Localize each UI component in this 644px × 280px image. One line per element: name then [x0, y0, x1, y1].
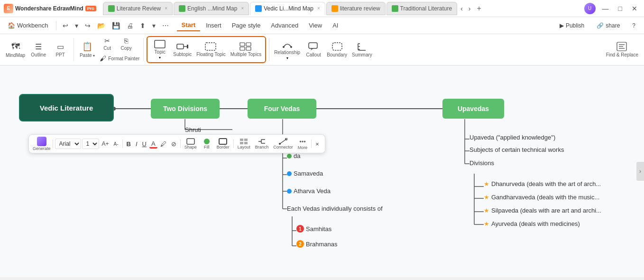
tab-add-button[interactable]: +	[474, 3, 484, 14]
upa-item-2[interactable]: ★ Gandharvaveda (deals with the music...	[484, 194, 599, 201]
yajurveda-item[interactable]: da	[287, 152, 300, 159]
connector-button[interactable]: Connector	[271, 137, 295, 150]
help-button[interactable]: ?	[627, 20, 640, 31]
floating-topic-button[interactable]: Floating Topic	[194, 38, 228, 61]
callout-button[interactable]: Callout	[303, 36, 324, 63]
bold-button[interactable]: B	[125, 140, 133, 149]
undo-dropdown-button[interactable]: ▾	[73, 20, 81, 31]
upa-item-4[interactable]: ★ Ayurveda (deals with medicines)	[484, 220, 580, 227]
more-options-button[interactable]: ⋯	[160, 20, 171, 31]
outline-button[interactable]: ☰ Outline	[28, 36, 49, 63]
four-vedas-node[interactable]: Four Vedas	[248, 99, 316, 119]
maximize-button[interactable]: □	[616, 4, 625, 13]
font-family-select[interactable]: Arial	[55, 139, 81, 149]
font-size-increase-button[interactable]: A+	[100, 140, 111, 148]
summary-button[interactable]: Summary	[350, 36, 374, 63]
right-panel-handle[interactable]: ›	[636, 162, 644, 181]
close-toolbar-button[interactable]: ×	[313, 140, 321, 149]
menu-tab-ai[interactable]: AI	[328, 20, 343, 31]
boundary-icon	[331, 42, 343, 51]
share-icon: 🔗	[597, 22, 604, 29]
cut-button[interactable]: ✂ Cut	[99, 36, 116, 52]
samaveda-item[interactable]: Samaveda	[287, 170, 323, 177]
tab-literature-review[interactable]: Literature Review ×	[103, 2, 173, 15]
menu-tab-advanced[interactable]: Advanced	[266, 20, 303, 31]
tab-close-vedic-mind-map[interactable]: ×	[317, 6, 320, 11]
menu-tab-start[interactable]: Start	[177, 19, 201, 31]
branch-button[interactable]: Branch	[253, 137, 271, 150]
tab-literature-review-2[interactable]: literature review	[326, 2, 386, 15]
minimize-button[interactable]: —	[599, 4, 612, 13]
main-toolbar: 🗺 MindMap ☰ Outline ▭ PPT 📋 Paste ▾ ✂ Cu…	[0, 34, 644, 65]
redo-button[interactable]: ↪	[83, 20, 93, 31]
workbench-button[interactable]: 🏠 Workbench	[4, 20, 52, 31]
menu-tab-page-style[interactable]: Page style	[227, 20, 266, 31]
tab-vedic-mind-map[interactable]: Vedic Li...Mind Map ×	[250, 2, 325, 15]
tab-close-literature-review[interactable]: ×	[165, 6, 167, 11]
export-button[interactable]: ⬆	[138, 20, 148, 31]
clear-format-button[interactable]: ⊘	[169, 140, 178, 149]
upa-item-3[interactable]: ★ Silpaveda (deals with are art and arch…	[484, 207, 601, 214]
tab-traditional-literature[interactable]: Traditional Literature	[386, 2, 458, 15]
boundary-button[interactable]: Boundary	[325, 36, 349, 63]
brahmanas-item[interactable]: 2 Brahmanas	[296, 240, 337, 248]
each-vedas-item[interactable]: Each Vedas individually consists of	[287, 205, 383, 212]
tab-next-button[interactable]: ›	[466, 3, 473, 14]
root-node[interactable]: Vedic Literature	[19, 94, 114, 121]
upa-star-1: ★	[484, 180, 489, 187]
layout-button[interactable]: Layout	[236, 137, 252, 150]
font-size-decrease-button[interactable]: A-	[112, 140, 120, 148]
svg-rect-57	[240, 139, 243, 141]
multiple-topics-button[interactable]: Multiple Topics	[229, 38, 263, 61]
topic-button[interactable]: Topic ▾	[149, 38, 170, 61]
highlight-button[interactable]: 🖊	[158, 140, 168, 149]
share-button[interactable]: 🔗 share	[592, 20, 625, 31]
subtopic-button[interactable]: Subtopic	[171, 38, 193, 61]
find-replace-label: Find & Replace	[606, 52, 638, 57]
ppt-button[interactable]: ▭ PPT	[50, 36, 71, 63]
outline-label: Outline	[31, 52, 46, 57]
open-file-button[interactable]: 📂	[95, 20, 108, 31]
font-color-button[interactable]: A	[149, 139, 157, 149]
upavedas-node[interactable]: Upavedas	[442, 99, 504, 119]
relationship-icon	[282, 39, 293, 49]
export-dropdown-button[interactable]: ▾	[150, 20, 158, 31]
undo-button[interactable]: ↩	[60, 20, 71, 31]
brahmanas-num: 2	[296, 240, 304, 248]
shruti-item[interactable]: Shruti	[185, 126, 201, 133]
samhitas-item[interactable]: 1 Samhitas	[296, 225, 331, 233]
find-replace-button[interactable]: Find & Replace	[604, 36, 640, 63]
menu-tab-insert[interactable]: Insert	[201, 20, 226, 31]
svg-rect-60	[244, 142, 248, 144]
save-button[interactable]: 💾	[110, 20, 122, 31]
shape-button[interactable]: Shape	[183, 137, 199, 150]
upa-item-1[interactable]: ★ Dhanurveda (deals with the art of arch…	[484, 180, 601, 187]
tab-prev-button[interactable]: ‹	[458, 3, 465, 14]
close-button[interactable]: ✕	[629, 4, 640, 13]
border-button[interactable]: Border	[215, 137, 231, 150]
more-button[interactable]: ••• More	[296, 137, 310, 151]
print-button[interactable]: 🖨	[124, 20, 136, 31]
font-size-select[interactable]: 18	[82, 139, 99, 149]
menu-tab-view[interactable]: View	[304, 20, 327, 31]
generate-label: Generate	[33, 146, 51, 151]
format-painter-button[interactable]: 🖌 Format Painter	[99, 54, 140, 63]
tab-english-mind-map[interactable]: English ...Mind Map ×	[174, 2, 249, 15]
fill-button[interactable]: Fill	[201, 137, 213, 150]
paste-button[interactable]: 📋 Paste ▾	[77, 36, 98, 63]
workbench-icon: 🏠	[8, 22, 15, 29]
atharvaveda-item[interactable]: Atharva Veda	[287, 187, 331, 195]
ppt-label: PPT	[55, 52, 64, 57]
mindmap-button[interactable]: 🗺 MindMap	[4, 36, 27, 63]
publish-button[interactable]: ▶ Publish	[555, 20, 589, 31]
copy-button[interactable]: ⎘ Copy	[118, 36, 135, 52]
relationship-button[interactable]: Relationship ▾	[272, 36, 302, 63]
generate-icon	[37, 137, 46, 146]
svg-point-10	[290, 46, 292, 48]
underline-button[interactable]: U	[140, 140, 148, 149]
generate-button[interactable]: Generate	[33, 137, 51, 151]
collapse-icon: ›	[639, 168, 641, 175]
tab-close-english-mind-map[interactable]: ×	[241, 6, 244, 11]
italic-button[interactable]: I	[134, 140, 139, 149]
two-divisions-node[interactable]: Two Divisions	[151, 99, 220, 119]
